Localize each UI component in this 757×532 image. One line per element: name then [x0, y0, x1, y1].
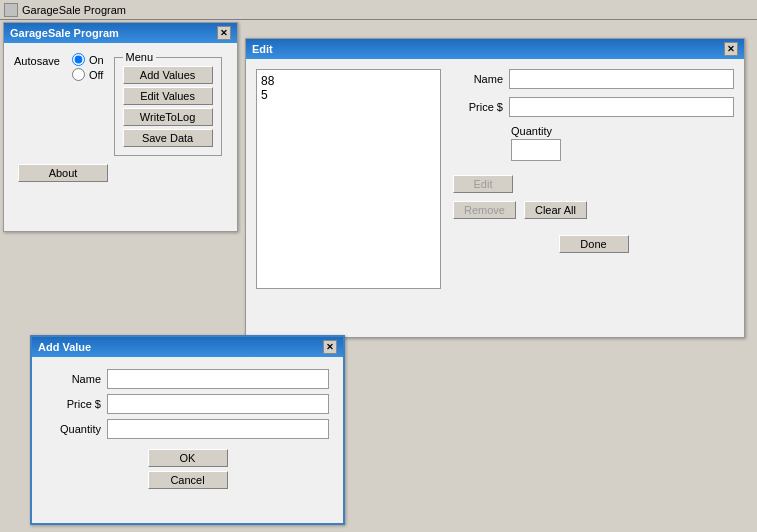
list-item[interactable]: 5	[261, 88, 436, 102]
price-input[interactable]	[509, 97, 734, 117]
addvalue-title-text: Add Value	[38, 341, 91, 353]
add-values-button[interactable]: Add Values	[123, 66, 213, 84]
write-log-button[interactable]: WriteToLog	[123, 108, 213, 126]
radio-group: On Off	[72, 53, 104, 81]
radio-on[interactable]	[72, 53, 85, 66]
clear-all-button[interactable]: Clear All	[524, 201, 587, 219]
name-field-row: Name	[453, 69, 734, 89]
screen-title: GarageSale Program	[22, 4, 126, 16]
radio-on-label: On	[89, 54, 104, 66]
price-label: Price $	[453, 101, 503, 113]
menu-group: Menu Add Values Edit Values WriteToLog S…	[114, 57, 222, 156]
garage-content: Autosave On Off Menu Add Values	[4, 43, 237, 192]
menu-group-label: Menu	[123, 51, 157, 63]
quantity-label: Quantity	[511, 125, 552, 137]
radio-off-item: Off	[72, 68, 104, 81]
edit-button[interactable]: Edit	[453, 175, 513, 193]
screen-titlebar: GarageSale Program	[0, 0, 757, 20]
addvalue-content: Name Price $ Quantity OK Cancel	[32, 357, 343, 501]
addvalue-name-row: Name	[46, 369, 329, 389]
screen-icon	[4, 3, 18, 17]
save-data-button[interactable]: Save Data	[123, 129, 213, 147]
addvalue-name-label: Name	[46, 373, 101, 385]
garage-window: GarageSale Program ✕ Autosave On Off	[3, 22, 238, 232]
addvalue-fields: Name Price $ Quantity	[46, 369, 329, 439]
addvalue-quantity-row: Quantity	[46, 419, 329, 439]
about-button[interactable]: About	[18, 164, 108, 182]
edit-listbox[interactable]: 88 5	[256, 69, 441, 289]
addvalue-price-label: Price $	[46, 398, 101, 410]
list-item[interactable]: 88	[261, 74, 436, 88]
edit-content: 88 5 Name Price $ Quantity Edit	[246, 59, 744, 337]
price-field-row: Price $	[453, 97, 734, 117]
name-label: Name	[453, 73, 503, 85]
menu-buttons: Add Values Edit Values WriteToLog Save D…	[123, 66, 213, 147]
addvalue-buttons: OK Cancel	[46, 449, 329, 489]
edit-right-panel: Name Price $ Quantity Edit Remove Clear …	[453, 69, 734, 327]
garage-close-button[interactable]: ✕	[217, 26, 231, 40]
garage-title-text: GarageSale Program	[10, 27, 119, 39]
done-button[interactable]: Done	[559, 235, 629, 253]
autosave-label: Autosave	[14, 55, 60, 67]
autosave-section: Autosave On Off	[14, 53, 104, 81]
edit-title-text: Edit	[252, 43, 273, 55]
edit-values-button[interactable]: Edit Values	[123, 87, 213, 105]
remove-button[interactable]: Remove	[453, 201, 516, 219]
addvalue-close-button[interactable]: ✕	[323, 340, 337, 354]
addvalue-quantity-input[interactable]	[107, 419, 329, 439]
name-input[interactable]	[509, 69, 734, 89]
addvalue-price-input[interactable]	[107, 394, 329, 414]
addvalue-price-row: Price $	[46, 394, 329, 414]
addvalue-name-input[interactable]	[107, 369, 329, 389]
addvalue-window: Add Value ✕ Name Price $ Quantity OK Can…	[30, 335, 345, 525]
quantity-input[interactable]	[511, 139, 561, 161]
addvalue-titlebar: Add Value ✕	[32, 337, 343, 357]
edit-titlebar: Edit ✕	[246, 39, 744, 59]
edit-window: Edit ✕ 88 5 Name Price $ Quantity	[245, 38, 745, 338]
radio-on-item: On	[72, 53, 104, 66]
addvalue-quantity-label: Quantity	[46, 423, 101, 435]
radio-off-label: Off	[89, 69, 103, 81]
garage-titlebar: GarageSale Program ✕	[4, 23, 237, 43]
edit-close-button[interactable]: ✕	[724, 42, 738, 56]
addvalue-cancel-button[interactable]: Cancel	[148, 471, 228, 489]
quantity-section: Quantity	[453, 125, 734, 161]
addvalue-ok-button[interactable]: OK	[148, 449, 228, 467]
radio-off[interactable]	[72, 68, 85, 81]
about-btn-row: About	[14, 164, 227, 182]
